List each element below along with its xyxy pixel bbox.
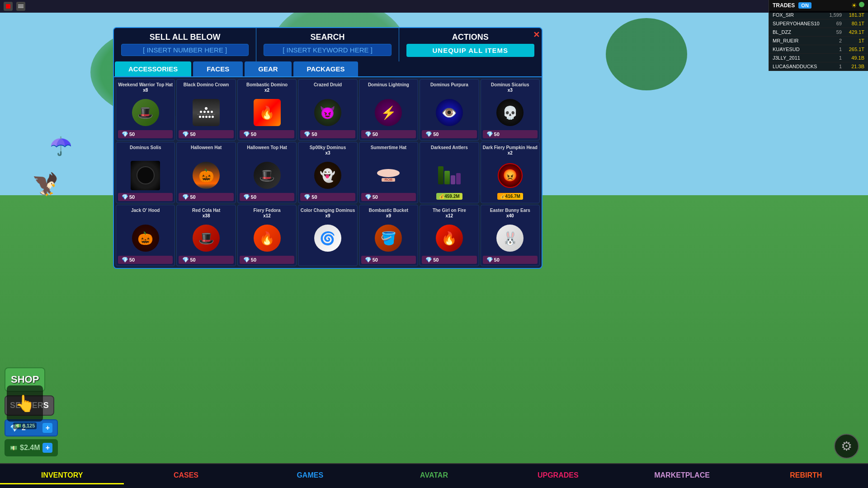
- item-card[interactable]: Color Changing Dominusx9 🌀: [298, 205, 357, 266]
- item-card[interactable]: Summertime Hat ROB 💎50: [359, 142, 418, 203]
- item-price: 💎50: [240, 193, 294, 201]
- trades-count: 1: [824, 64, 842, 69]
- item-image: 😈: [312, 97, 344, 128]
- nav-games[interactable]: GAMES: [248, 468, 372, 484]
- tab-faces[interactable]: FACES: [193, 61, 243, 76]
- item-price: 💎50: [118, 130, 173, 138]
- settings-button[interactable]: ⚙: [834, 434, 859, 459]
- trades-count: 1: [824, 55, 842, 61]
- trades-panel: TRADES ON ☀ FOX_SIR 1,599 181.3T SUPERYO…: [769, 0, 868, 71]
- nav-cases[interactable]: CASES: [124, 468, 248, 484]
- item-price: 💎50: [240, 256, 294, 264]
- item-card[interactable]: Black Domino Crown 💎50: [176, 79, 236, 141]
- item-card[interactable]: Jack O' Hood 🎃 💎50: [116, 205, 175, 266]
- nav-inventory[interactable]: INVENTORY: [0, 468, 124, 484]
- item-name: Summertime Hat: [371, 145, 406, 158]
- menu-icon[interactable]: [16, 2, 25, 11]
- item-image: 🐰: [494, 222, 526, 254]
- trades-player-name: KUAYESUD: [773, 47, 824, 52]
- trades-count: 59: [824, 29, 842, 35]
- unequip-button[interactable]: UNEQUIP ALL ITEMS: [406, 44, 534, 57]
- bottom-nav: INVENTORYCASESGAMESAVATARUPGRADESMARKETP…: [0, 463, 868, 488]
- item-card[interactable]: Halloween Hat 🎃 💎50: [176, 142, 236, 203]
- nav-marketplace[interactable]: MARKETPLACE: [620, 468, 744, 484]
- tab-bar: ACCESSORIESFACESGEARPACKAGES: [114, 61, 542, 77]
- item-image: [190, 97, 222, 128]
- hand-area: 👆 💵 8,125: [7, 385, 43, 429]
- item-image: 👻: [312, 160, 344, 191]
- trades-row[interactable]: LUCASANDDUCKS 1 21.3B: [769, 62, 868, 71]
- item-card[interactable]: Dominus Solis 💎50: [116, 142, 175, 203]
- item-price: 💎50: [118, 256, 173, 264]
- trades-player-name: J3LLY_2011: [773, 55, 824, 61]
- item-card[interactable]: Easter Bunny Earsx40 🐰 💎50: [481, 205, 540, 266]
- trades-player-name: SUPERYOHANES10: [773, 21, 824, 26]
- money-icon: 💵: [10, 445, 17, 451]
- item-price: 💎50: [179, 193, 233, 201]
- item-card[interactable]: Dominus Purpura 👁️ 💎50: [420, 79, 479, 141]
- item-card[interactable]: Dark Fiery Pumpkin Headx2 😡 💰416.7M: [481, 142, 540, 203]
- item-count: x40: [506, 213, 514, 218]
- trades-count: 1,599: [824, 12, 842, 18]
- item-card[interactable]: Darkseed Antlers 💰459.2M: [420, 142, 479, 203]
- item-price: 💎50: [483, 130, 538, 138]
- item-image: 💀: [494, 97, 526, 128]
- nav-rebirth[interactable]: REBIRTH: [744, 468, 868, 484]
- close-button[interactable]: ✕: [533, 30, 540, 40]
- trades-row[interactable]: J3LLY_2011 1 49.1B: [769, 54, 868, 62]
- trades-row[interactable]: BL_DZZ 59 429.1T: [769, 28, 868, 37]
- item-card[interactable]: Red Cola Hatx38 🎩 💎50: [176, 205, 236, 266]
- svg-rect-0: [6, 4, 10, 9]
- trades-row[interactable]: FOX_SIR 1,599 181.3T: [769, 11, 868, 19]
- roblox-icon[interactable]: [4, 2, 13, 11]
- item-card[interactable]: Dominus Sicariusx3 💀 💎50: [481, 79, 540, 141]
- item-card[interactable]: Sp00ky Dominusx3 👻 💎50: [298, 142, 357, 203]
- item-card[interactable]: Bombastic Bucketx9 🪣 💎50: [359, 205, 418, 266]
- sell-input[interactable]: [ INSERT NUMBER HERE ]: [121, 44, 249, 56]
- search-input[interactable]: [ INSERT KEYWORD HERE ]: [264, 44, 391, 56]
- tab-accessories[interactable]: ACCESSORIES: [115, 61, 191, 76]
- hand-icon: 👆: [7, 385, 43, 422]
- trades-player-name: LUCASANDDUCKS: [773, 64, 824, 69]
- trades-count: 69: [824, 21, 842, 26]
- tab-gear[interactable]: GEAR: [245, 61, 291, 76]
- trades-player-name: FOX_SIR: [773, 12, 824, 18]
- item-card[interactable]: Fiery Fedorax12 🔥 💎50: [237, 205, 297, 266]
- item-price: 💎50: [361, 256, 416, 264]
- item-name: Dominus Solis: [130, 145, 161, 158]
- trades-count: 2: [824, 38, 842, 43]
- item-name: Bombastic Dominox2: [246, 82, 288, 95]
- trades-row[interactable]: KUAYESUD 1 265.1T: [769, 45, 868, 54]
- nav-upgrades[interactable]: UPGRADES: [496, 468, 620, 484]
- trades-value: 1T: [842, 38, 864, 43]
- item-price: 💰459.2M: [436, 193, 462, 200]
- item-count: x2: [508, 150, 513, 155]
- item-image: 🎩: [251, 160, 283, 191]
- item-image: 🎩: [130, 97, 161, 128]
- trades-label: TRADES: [773, 2, 795, 9]
- search-section: SEARCH [ INSERT KEYWORD HERE ]: [256, 28, 399, 61]
- item-image: 🎩: [190, 222, 222, 254]
- nav-avatar[interactable]: AVATAR: [372, 468, 496, 484]
- item-card[interactable]: Halloween Top Hat 🎩 💎50: [237, 142, 297, 203]
- item-card[interactable]: Crazed Druid 😈 💎50: [298, 79, 357, 141]
- trades-value: 429.1T: [842, 29, 864, 35]
- tab-packages[interactable]: PACKAGES: [293, 61, 359, 76]
- trades-list: FOX_SIR 1,599 181.3T SUPERYOHANES10 69 8…: [769, 11, 868, 71]
- item-card[interactable]: The Girl on Firex12 🔥 💎50: [420, 205, 479, 266]
- item-card[interactable]: Dominus Lightning ⚡ 💎50: [359, 79, 418, 141]
- item-image: 🔥: [434, 222, 465, 254]
- trades-row[interactable]: SUPERYOHANES10 69 80.1T: [769, 19, 868, 28]
- trades-toggle[interactable]: ON: [798, 2, 811, 9]
- item-count: x38: [203, 213, 210, 218]
- item-name: Easter Bunny Earsx40: [490, 208, 530, 221]
- top-bar: [0, 0, 868, 13]
- item-count: x3: [508, 88, 513, 93]
- money-add-button[interactable]: +: [42, 443, 52, 453]
- gems-add-button[interactable]: +: [42, 423, 52, 433]
- item-price: 💎50: [361, 193, 416, 201]
- coins-count: 💵 8,125: [13, 422, 37, 429]
- item-card[interactable]: Bombastic Dominox2 🔥 💎50: [237, 79, 297, 141]
- trades-row[interactable]: MR_RUEIR 2 1T: [769, 37, 868, 45]
- item-card[interactable]: Weekend Warrior Top Hatx8 🎩 💎50: [116, 79, 175, 141]
